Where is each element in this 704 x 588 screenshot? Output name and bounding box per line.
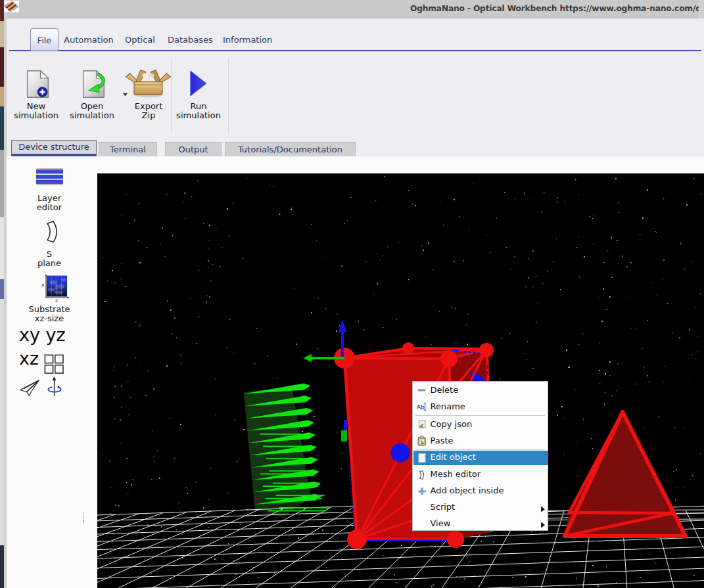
menu-item-copy-json[interactable]: Copy json	[413, 417, 548, 433]
mesh-curve-icon	[417, 470, 427, 480]
3d-viewport[interactable]	[0, 0, 704, 588]
menu-separator	[415, 415, 545, 416]
menu-tab-file[interactable]: File	[30, 28, 59, 51]
context-menu: Delete AbRename Copy json Paste Edit obj…	[412, 381, 548, 531]
rename-ab-cursor-icon: Ab	[417, 401, 427, 412]
menu-item-add-object-inside[interactable]: Add object inside	[413, 483, 548, 499]
menu-item-view[interactable]: View	[413, 516, 548, 531]
plus-icon	[417, 486, 427, 497]
edit-page-icon	[417, 453, 427, 463]
paste-clipboard-icon	[417, 436, 427, 446]
application-window: OghmaNano - Optical Workbench https://ww…	[0, 0, 704, 588]
menu-item-paste[interactable]: Paste	[413, 433, 548, 449]
menu-item-edit-object[interactable]: Edit object	[413, 451, 548, 465]
copy-icon	[417, 419, 427, 430]
svg-text:Ab: Ab	[417, 404, 425, 411]
submenu-arrow-icon	[540, 520, 546, 530]
menu-item-script[interactable]: Script	[413, 499, 548, 516]
menu-separator	[415, 449, 545, 450]
submenu-arrow-icon	[540, 505, 546, 514]
menu-item-delete[interactable]: Delete	[413, 382, 548, 399]
blue-handle-sphere[interactable]	[391, 443, 410, 463]
menu-item-rename[interactable]: AbRename	[413, 399, 548, 415]
minus-icon	[417, 385, 427, 396]
menu-item-mesh-editor[interactable]: Mesh editor	[413, 466, 548, 483]
